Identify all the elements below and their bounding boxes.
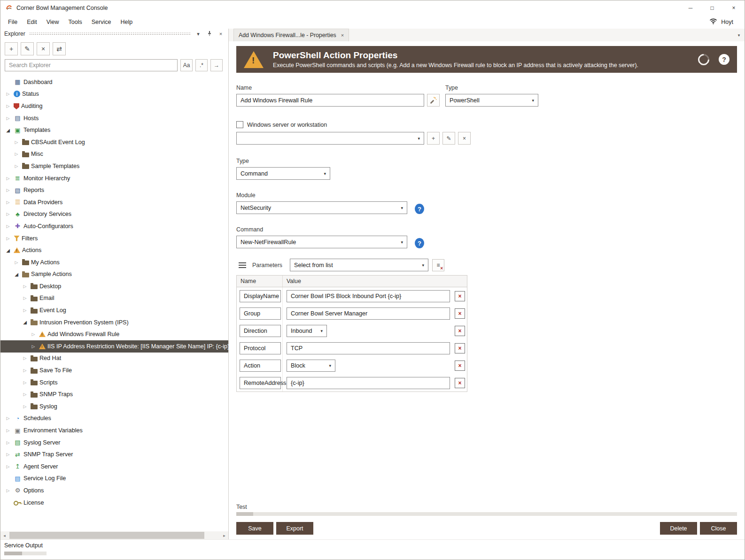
parameters-select[interactable]: Select from list▾: [290, 259, 428, 271]
tree-expander-icon[interactable]: ◢: [21, 320, 29, 325]
tree-item[interactable]: ▷♣Directory Services: [0, 208, 228, 221]
type-select[interactable]: PowerShell▾: [445, 94, 538, 107]
tree-item[interactable]: ▷Sample Templates: [0, 160, 228, 172]
user-name[interactable]: Hoyt: [721, 19, 733, 25]
tree-expander-icon[interactable]: ▷: [13, 152, 20, 156]
regex-button[interactable]: .*: [195, 59, 208, 71]
tree-expander-icon[interactable]: ▷: [13, 140, 20, 145]
tree-expander-icon[interactable]: ▷: [4, 116, 12, 121]
menu-item-service[interactable]: Service: [87, 17, 116, 27]
param-delete-button[interactable]: ×: [455, 343, 465, 353]
wand-button[interactable]: [427, 94, 440, 107]
tree-expander-icon[interactable]: ▷: [4, 188, 12, 192]
tree-expander-icon[interactable]: ▷: [4, 104, 12, 108]
tab-properties[interactable]: Add Windows Firewall...le - Properties ×: [233, 29, 349, 41]
tree-expander-icon[interactable]: ▷: [4, 464, 12, 469]
tree-item[interactable]: ◢Intrusion Prevention System (IPS): [0, 316, 228, 329]
close-properties-button[interactable]: Close: [700, 522, 737, 535]
tree-expander-icon[interactable]: ▷: [4, 212, 12, 216]
tree-item[interactable]: ▷IIS IP Address Restriction Website: [II…: [0, 340, 228, 353]
tree-item[interactable]: ▷Misc: [0, 148, 228, 161]
parameters-list-icon[interactable]: [236, 259, 248, 271]
pin-icon[interactable]: [206, 31, 213, 37]
tree-expander-icon[interactable]: ▷: [4, 224, 12, 229]
close-button[interactable]: ×: [723, 0, 745, 15]
tree-item[interactable]: ▷Scripts: [0, 376, 228, 389]
tree-expander-icon[interactable]: ▷: [21, 368, 29, 373]
chevron-down-icon[interactable]: ▾: [194, 31, 202, 37]
tab-close-icon[interactable]: ×: [341, 32, 344, 38]
close-panel-icon[interactable]: ×: [217, 31, 225, 37]
tree-item[interactable]: ▷Red Hat: [0, 353, 228, 365]
tree-expander-icon[interactable]: ▷: [21, 356, 29, 361]
tree-item[interactable]: ▷▤Hosts: [0, 112, 228, 124]
tree-item[interactable]: ▷Add Windows Firewall Rule: [0, 328, 228, 340]
maximize-button[interactable]: □: [701, 0, 723, 15]
tree-item[interactable]: ▷⚙Options: [0, 484, 228, 497]
tree-item[interactable]: ▷Event Log: [0, 304, 228, 316]
tree-expander-icon[interactable]: ▷: [21, 380, 29, 385]
tree-expander-icon[interactable]: ▷: [30, 332, 37, 337]
minimize-button[interactable]: ─: [680, 0, 701, 15]
delete-server-button[interactable]: ×: [458, 132, 471, 145]
param-delete-button[interactable]: ×: [455, 291, 465, 301]
add-server-button[interactable]: +: [427, 132, 440, 145]
explorer-hscrollbar[interactable]: ◂ ▸: [0, 531, 228, 539]
tree-expander-icon[interactable]: ▷: [4, 428, 12, 433]
search-go-button[interactable]: →: [210, 59, 223, 71]
tree-item[interactable]: ▷◔Schedules: [0, 413, 228, 425]
param-value-select[interactable]: Block▾: [287, 360, 335, 372]
tree-expander-icon[interactable]: ◢: [4, 248, 12, 253]
command-help-button[interactable]: ?: [415, 238, 424, 248]
tree-item[interactable]: ▷≣Monitor Hierarchy: [0, 172, 228, 184]
swap-button[interactable]: ⇄: [53, 42, 66, 55]
tree-expander-icon[interactable]: ▷: [4, 200, 12, 205]
edit-server-button[interactable]: ✎: [442, 132, 455, 145]
param-name-input[interactable]: Protocol: [240, 342, 281, 354]
tree-item[interactable]: ▷Save To File: [0, 364, 228, 376]
tree-item[interactable]: ◢▣Templates: [0, 124, 228, 136]
tab-list-button[interactable]: ▾: [733, 29, 745, 41]
panel-drag-handle[interactable]: [29, 32, 191, 36]
tree-expander-icon[interactable]: ▷: [4, 452, 12, 457]
menu-item-edit[interactable]: Edit: [22, 17, 42, 27]
tree-expander-icon[interactable]: ▷: [13, 260, 20, 265]
delete-button[interactable]: ×: [37, 42, 50, 55]
param-delete-button[interactable]: ×: [455, 326, 465, 336]
param-value-input[interactable]: TCP: [287, 342, 450, 354]
param-delete-button[interactable]: ×: [455, 308, 465, 319]
param-delete-button[interactable]: ×: [455, 361, 465, 371]
tree-item[interactable]: ▷My Actions: [0, 256, 228, 268]
tree-item[interactable]: ▷↥Agent Server: [0, 460, 228, 473]
param-value-select[interactable]: Inbound▾: [287, 325, 327, 337]
tree-expander-icon[interactable]: ▷: [30, 344, 37, 349]
server-select[interactable]: ▾: [236, 132, 424, 145]
tree-expander-icon[interactable]: ▷: [21, 404, 29, 409]
delete-action-button[interactable]: Delete: [660, 522, 697, 535]
tree-expander-icon[interactable]: ▷: [4, 92, 12, 96]
menu-item-help[interactable]: Help: [116, 17, 137, 27]
param-name-input[interactable]: Group: [240, 307, 281, 320]
tree-expander-icon[interactable]: ▷: [4, 440, 12, 445]
module-select[interactable]: NetSecurity▾: [236, 201, 407, 214]
tree-item[interactable]: ▷Filters: [0, 232, 228, 245]
tree-item[interactable]: ▷Syslog: [0, 400, 228, 413]
param-delete-button[interactable]: ×: [455, 378, 465, 388]
tree-item[interactable]: ▷Email: [0, 292, 228, 305]
tree-expander-icon[interactable]: ◢: [13, 272, 20, 277]
tree-item[interactable]: ▷CBSAudit Event Log: [0, 136, 228, 148]
add-button[interactable]: +: [5, 42, 18, 55]
tree-expander-icon[interactable]: ▷: [21, 284, 29, 289]
tree-item[interactable]: ▤Service Log File: [0, 473, 228, 485]
tree-expander-icon[interactable]: ▷: [4, 236, 12, 241]
tree-item[interactable]: License: [0, 497, 228, 509]
command-select[interactable]: New-NetFirewallRule▾: [236, 236, 407, 248]
tree-item[interactable]: ▷Auditing: [0, 100, 228, 112]
tree-expander-icon[interactable]: ▷: [4, 416, 12, 421]
tree-item[interactable]: ▷Status: [0, 88, 228, 100]
clear-parameters-button[interactable]: ≡: [432, 259, 444, 271]
save-button[interactable]: Save: [236, 522, 273, 535]
export-button[interactable]: Export: [276, 522, 313, 535]
menu-item-view[interactable]: View: [42, 17, 64, 27]
tree-item[interactable]: ▷Desktop: [0, 280, 228, 292]
